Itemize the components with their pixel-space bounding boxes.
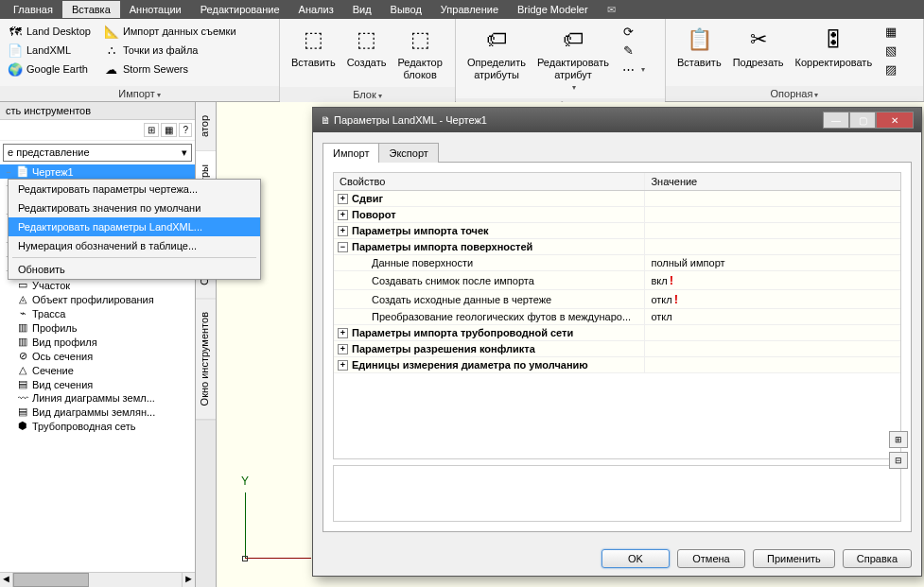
cancel-button[interactable]: Отмена bbox=[677, 549, 745, 568]
import-points-file[interactable]: ∴Точки из файла bbox=[102, 42, 238, 59]
group-ref-title[interactable]: Опорная bbox=[666, 86, 923, 101]
import-storm-sewers[interactable]: ☁Storm Sewers bbox=[102, 60, 238, 78]
ctx-edit-landxml[interactable]: Редактировать параметры LandXML... bbox=[9, 217, 260, 236]
tree-item[interactable]: ◬Объект профилирования bbox=[0, 292, 195, 306]
tree-item[interactable]: ▤Вид диаграммы землян... bbox=[0, 405, 195, 419]
expander-points[interactable]: + bbox=[338, 226, 348, 236]
val-snapshot[interactable]: вкл ! bbox=[645, 271, 900, 289]
xref-adjust[interactable]: 🎛Корректировать bbox=[790, 23, 879, 71]
property-grid[interactable]: Свойство Значение +Сдвиг +Поворот +Парам… bbox=[333, 172, 901, 459]
tree-item-label: Вид диаграммы землян... bbox=[32, 406, 155, 418]
tree-root[interactable]: −📄Чертеж1 bbox=[0, 164, 195, 179]
xref-insert-icon: 📋 bbox=[684, 25, 714, 55]
tree-item[interactable]: ⊘Ось сечения bbox=[0, 349, 195, 363]
ctx-edit-drawing[interactable]: Редактировать параметры чертежа... bbox=[9, 180, 260, 199]
attr-small3[interactable]: ⋯ bbox=[619, 60, 647, 78]
val-conversion[interactable]: откл bbox=[645, 309, 900, 324]
tab-view[interactable]: Вид bbox=[343, 1, 381, 18]
tag-edit-icon: 🏷 bbox=[558, 25, 588, 55]
tab-edit[interactable]: Редактирование bbox=[191, 1, 289, 18]
tree-item-label: Сечение bbox=[32, 365, 74, 376]
attr-define[interactable]: 🏷Определить атрибуты bbox=[462, 23, 532, 83]
prop-conversion[interactable]: Преобразование геологических футов в меж… bbox=[334, 309, 645, 324]
block-editor[interactable]: ⬚Редактор блоков bbox=[392, 23, 447, 83]
tree-item-label: Вид сечения bbox=[32, 379, 93, 390]
prop-source[interactable]: Создать исходные данные в чертеже bbox=[334, 290, 645, 308]
tree-item-icon: ◬ bbox=[16, 293, 29, 305]
prop-snapshot[interactable]: Создавать снимок после импорта bbox=[334, 271, 645, 289]
scroll-thumb[interactable] bbox=[13, 573, 89, 587]
ctx-edit-defaults[interactable]: Редактировать значения по умолчани bbox=[9, 199, 260, 217]
side-tab-navigator[interactable]: атор bbox=[196, 102, 216, 151]
tab-home[interactable]: Главная bbox=[4, 1, 62, 18]
collapse-all-button[interactable]: ⊟ bbox=[889, 452, 908, 469]
tab-output[interactable]: Вывод bbox=[381, 1, 431, 18]
block-create[interactable]: ⬚Создать bbox=[341, 23, 392, 71]
block-insert[interactable]: ⬚Вставить bbox=[286, 23, 341, 71]
expander-pipe[interactable]: + bbox=[338, 328, 348, 338]
ctx-table-numbering[interactable]: Нумерация обозначений в таблице... bbox=[9, 236, 260, 255]
import-landxml[interactable]: 📄LandXML bbox=[6, 42, 93, 59]
maximize-button[interactable]: ▢ bbox=[849, 112, 876, 129]
dlg-tab-import[interactable]: Импорт bbox=[323, 143, 379, 163]
scrollbar-h[interactable]: ◄ ► bbox=[0, 572, 195, 587]
dlg-tab-export[interactable]: Экспорт bbox=[378, 143, 438, 163]
tree-item[interactable]: ▥Вид профиля bbox=[0, 335, 195, 349]
ref-small2[interactable]: ▧ bbox=[881, 42, 900, 59]
view-combo[interactable]: е представление▾ bbox=[3, 144, 192, 162]
ts-help[interactable]: ? bbox=[179, 123, 192, 137]
storm-icon: ☁ bbox=[104, 61, 119, 77]
description-pane bbox=[333, 465, 901, 522]
val-source[interactable]: откл ! bbox=[645, 290, 900, 308]
prop-surface-data[interactable]: Данные поверхности bbox=[334, 255, 645, 270]
tree-item[interactable]: △Сечение bbox=[0, 363, 195, 377]
expander-diameter[interactable]: + bbox=[338, 360, 348, 371]
group-block-title[interactable]: Блок bbox=[280, 87, 455, 102]
tree-item[interactable]: ⬢Трубопроводная сеть bbox=[0, 419, 195, 433]
expander-conflict[interactable]: + bbox=[338, 344, 348, 354]
ok-button[interactable]: OK bbox=[601, 549, 670, 568]
val-surface-data[interactable]: полный импорт bbox=[645, 255, 900, 270]
tree-item-icon: ⬢ bbox=[16, 420, 29, 432]
attr-small1[interactable]: ⟳ bbox=[619, 23, 647, 40]
import-google-earth[interactable]: 🌍Google Earth bbox=[6, 60, 93, 78]
close-button[interactable]: ✕ bbox=[876, 112, 914, 129]
ts-btn1[interactable]: ⊞ bbox=[144, 123, 159, 137]
axis-y bbox=[245, 492, 246, 559]
ctx-refresh[interactable]: Обновить bbox=[9, 260, 260, 279]
help-button[interactable]: Справка bbox=[843, 549, 912, 568]
tree-item[interactable]: ▤Вид сечения bbox=[0, 377, 195, 391]
dialog-titlebar[interactable]: 🗎 Параметры LandXML - Чертеж1 — ▢ ✕ bbox=[313, 108, 921, 132]
ref-small3[interactable]: ▨ bbox=[881, 60, 900, 78]
mail-icon[interactable]: ✉ bbox=[607, 4, 616, 16]
sync-icon: ⟳ bbox=[620, 24, 636, 39]
xref-clip[interactable]: ✂Подрезать bbox=[727, 23, 790, 71]
tree-item[interactable]: ⌁Трасса bbox=[0, 306, 195, 320]
tab-analysis[interactable]: Анализ bbox=[289, 1, 343, 18]
attr-small2[interactable]: ✎ bbox=[619, 42, 647, 59]
import-survey[interactable]: 📐Импорт данных съемки bbox=[102, 23, 238, 40]
apply-button[interactable]: Применить bbox=[753, 549, 835, 568]
tab-insert[interactable]: Вставка bbox=[62, 1, 120, 18]
tree-item[interactable]: ▥Профиль bbox=[0, 320, 195, 335]
ts-btn2[interactable]: ▦ bbox=[161, 123, 177, 137]
xref-insert[interactable]: 📋Вставить bbox=[671, 23, 727, 71]
expander-surfaces[interactable]: − bbox=[338, 242, 348, 252]
expander-rotate[interactable]: + bbox=[338, 210, 348, 220]
expander-shift[interactable]: + bbox=[338, 194, 348, 204]
ref-small1[interactable]: ▦ bbox=[881, 23, 900, 40]
toolspace-panel: сть инструментов ⊞ ▦ ? е представление▾ … bbox=[0, 102, 196, 587]
expand-all-button[interactable]: ⊞ bbox=[889, 431, 908, 448]
side-tab-toolbox[interactable]: Окно инструментов bbox=[196, 299, 216, 420]
tree-item[interactable]: ▭Участок bbox=[0, 278, 195, 292]
attr-edit[interactable]: 🏷Редактировать атрибут bbox=[532, 23, 615, 95]
tree-item[interactable]: 〰Линия диаграммы земл... bbox=[0, 391, 195, 405]
tab-bridge[interactable]: Bridge Modeler bbox=[508, 1, 598, 18]
tab-manage[interactable]: Управление bbox=[431, 1, 508, 18]
tab-annotations[interactable]: Аннотации bbox=[120, 1, 191, 18]
minimize-button[interactable]: — bbox=[823, 112, 849, 129]
import-land-desktop[interactable]: 🗺Land Desktop bbox=[6, 23, 93, 40]
xref-clip-icon: ✂ bbox=[743, 25, 774, 55]
group-import-title[interactable]: Импорт bbox=[0, 86, 279, 101]
points-icon: ∴ bbox=[104, 43, 119, 58]
